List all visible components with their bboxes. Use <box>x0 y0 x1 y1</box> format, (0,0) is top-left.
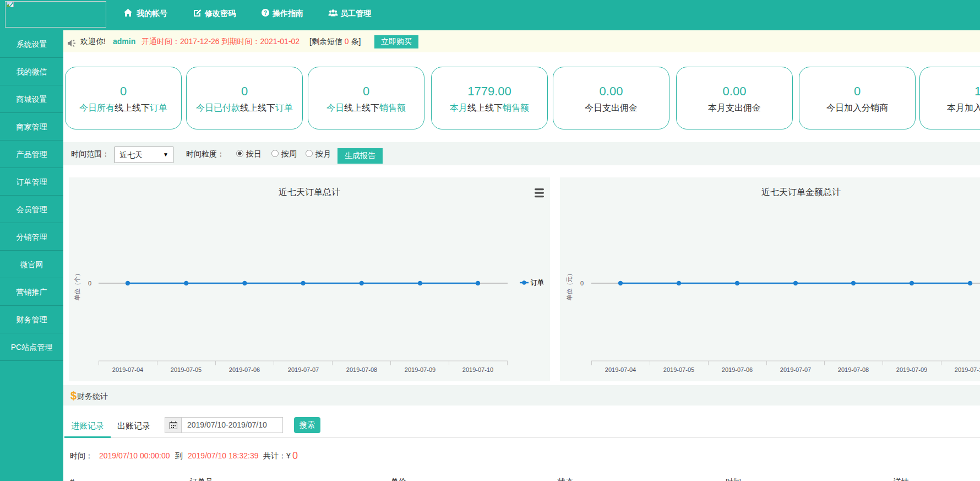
svg-text:?: ? <box>264 10 267 16</box>
svg-text:单位（元）: 单位（元） <box>566 271 573 301</box>
svg-text:2019-07-06: 2019-07-06 <box>229 366 260 373</box>
svg-text:2019-07-04: 2019-07-04 <box>605 366 636 373</box>
svg-text:近七天订单总计: 近七天订单总计 <box>279 187 340 197</box>
svg-text:2019-07-09: 2019-07-09 <box>896 366 927 373</box>
svg-text:2019-07-08: 2019-07-08 <box>346 366 377 373</box>
svg-text:2019-07-10: 2019-07-10 <box>955 366 980 373</box>
svg-text:订单: 订单 <box>530 279 544 287</box>
svg-text:2019-07-07: 2019-07-07 <box>288 366 319 373</box>
svg-text:0: 0 <box>88 280 91 287</box>
svg-text:2019-07-04: 2019-07-04 <box>112 366 143 373</box>
svg-text:0: 0 <box>580 280 584 287</box>
svg-text:2019-07-06: 2019-07-06 <box>722 366 753 373</box>
svg-text:近七天订单金额总计: 近七天订单金额总计 <box>761 187 841 197</box>
svg-text:2019-07-08: 2019-07-08 <box>838 366 869 373</box>
svg-text:2019-07-05: 2019-07-05 <box>663 366 694 373</box>
svg-text:2019-07-05: 2019-07-05 <box>171 366 202 373</box>
svg-text:单位（个）: 单位（个） <box>74 271 80 301</box>
svg-text:2019-07-07: 2019-07-07 <box>780 366 811 373</box>
svg-text:2019-07-10: 2019-07-10 <box>462 366 493 373</box>
svg-text:2019-07-09: 2019-07-09 <box>405 366 435 373</box>
